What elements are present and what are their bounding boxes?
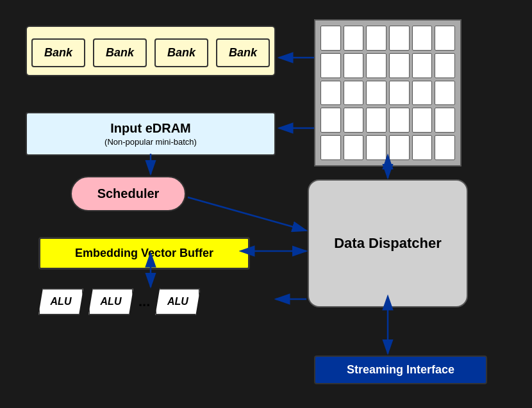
grid-cell	[412, 135, 433, 160]
alu-row: ALU ALU ... ALU	[38, 288, 269, 315]
grid-cell	[320, 135, 341, 160]
scheduler: Scheduler	[71, 176, 186, 211]
edram-subtitle: (Non-popular mini-batch)	[33, 137, 268, 147]
alu-3: ALU	[155, 288, 200, 315]
grid-cell	[389, 81, 410, 106]
grid-cell	[412, 53, 433, 78]
grid-cell	[389, 108, 410, 133]
grid-cell	[344, 53, 364, 78]
grid-cell	[435, 53, 455, 78]
edram-title: Input eDRAM	[33, 121, 268, 136]
data-dispatcher: Data Dispatcher	[308, 179, 468, 307]
grid-cell	[412, 26, 433, 51]
diagram: Bank Bank Bank Bank Input eDRAM (Non-pop…	[0, 0, 532, 408]
grid-cell	[435, 26, 455, 51]
arrow-scheduler-to-dispatcher	[188, 197, 306, 231]
alu-dots: ...	[138, 293, 150, 310]
grid-cell	[344, 135, 364, 160]
bank-4: Bank	[216, 38, 270, 67]
alu-2: ALU	[88, 288, 133, 315]
grid	[314, 19, 461, 167]
grid-cell	[320, 26, 341, 51]
grid-cell	[435, 81, 455, 106]
grid-cell	[389, 26, 410, 51]
grid-cell	[435, 135, 455, 160]
grid-cell	[366, 81, 387, 106]
input-edram: Input eDRAM (Non-popular mini-batch)	[26, 112, 276, 156]
grid-cell	[344, 81, 364, 106]
grid-cell	[366, 26, 387, 51]
grid-cell	[412, 81, 433, 106]
grid-cell	[320, 81, 341, 106]
bank-1: Bank	[31, 38, 85, 67]
grid-cell	[366, 108, 387, 133]
bank-2: Bank	[93, 38, 147, 67]
embedding-vector-buffer: Embedding Vector Buffer	[38, 237, 250, 270]
grid-cell	[344, 26, 364, 51]
grid-cell	[412, 108, 433, 133]
streaming-interface: Streaming Interface	[314, 355, 487, 384]
grid-cell	[366, 53, 387, 78]
grid-cell	[389, 135, 410, 160]
grid-cell	[320, 108, 341, 133]
grid-cell	[435, 108, 455, 133]
bank-3: Bank	[154, 38, 208, 67]
bank-group: Bank Bank Bank Bank	[26, 26, 276, 76]
alu-1: ALU	[38, 288, 83, 315]
grid-cell	[366, 135, 387, 160]
grid-cell	[344, 108, 364, 133]
grid-cell	[389, 53, 410, 78]
grid-cell	[320, 53, 341, 78]
